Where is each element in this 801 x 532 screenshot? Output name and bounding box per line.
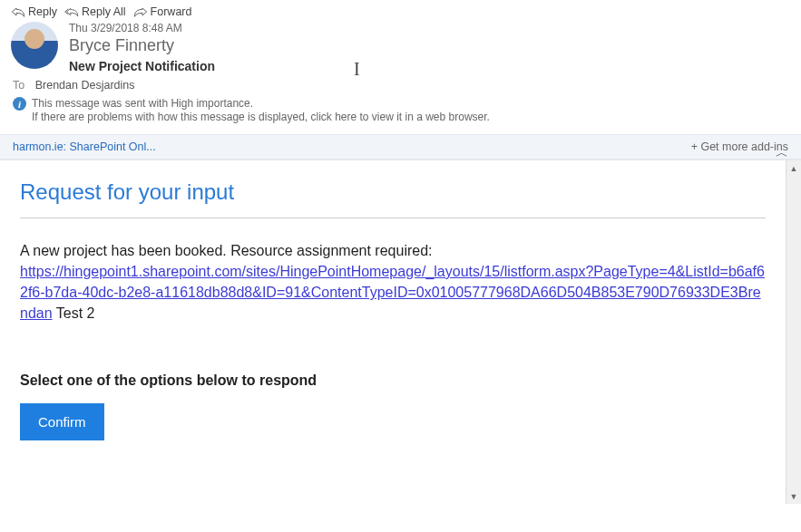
reply-label: Reply: [28, 5, 57, 18]
sender-name: Bryce Finnerty: [69, 36, 215, 55]
to-label: To: [13, 79, 24, 92]
get-more-addins[interactable]: + Get more add-ins: [691, 140, 788, 153]
to-row: To Brendan Desjardins: [0, 73, 801, 95]
reply-all-icon: [64, 5, 79, 18]
message-header: Thu 3/29/2018 8:48 AM Bryce Finnerty New…: [0, 20, 801, 73]
body-intro: A new project has been booked. Resource …: [20, 243, 433, 258]
confirm-button[interactable]: Confirm: [20, 403, 104, 440]
body-paragraph: A new project has been booked. Resource …: [20, 240, 766, 324]
body-divider: [20, 218, 766, 218]
addin-harmonie[interactable]: harmon.ie: SharePoint Onl...: [13, 140, 156, 153]
scroll-up-icon[interactable]: ▲: [786, 160, 801, 176]
importance-text: This message was sent with High importan…: [32, 97, 490, 110]
message-body-wrap: Request for your input A new project has…: [0, 160, 801, 504]
view-in-browser-link[interactable]: If there are problems with how this mess…: [32, 111, 490, 123]
reply-all-button[interactable]: Reply All: [64, 5, 126, 18]
reply-all-label: Reply All: [82, 5, 126, 18]
project-link[interactable]: https://hingepoint1.sharepoint.com/sites…: [20, 264, 765, 321]
forward-button[interactable]: Forward: [133, 5, 192, 18]
message-body: Request for your input A new project has…: [0, 160, 786, 504]
reply-icon: [11, 5, 25, 18]
forward-icon: [133, 5, 148, 18]
sender-avatar: [11, 22, 58, 69]
message-toolbar: Reply Reply All Forward: [0, 0, 801, 20]
body-heading: Request for your input: [20, 177, 766, 208]
reply-button[interactable]: Reply: [11, 5, 57, 18]
info-row: i This message was sent with High import…: [0, 95, 801, 125]
to-recipient: Brendan Desjardins: [35, 79, 135, 92]
body-scrollbar[interactable]: ▲ ▼: [786, 160, 801, 504]
respond-heading: Select one of the options below to respo…: [20, 370, 766, 391]
forward-label: Forward: [151, 5, 192, 18]
body-trailing: Test 2: [53, 305, 95, 321]
message-subject: New Project Notification: [69, 59, 215, 73]
addins-bar: harmon.ie: SharePoint Onl... + Get more …: [0, 134, 801, 160]
scroll-down-icon[interactable]: ▼: [786, 488, 801, 504]
sent-date: Thu 3/29/2018 8:48 AM: [69, 22, 215, 34]
info-icon: i: [13, 97, 26, 111]
